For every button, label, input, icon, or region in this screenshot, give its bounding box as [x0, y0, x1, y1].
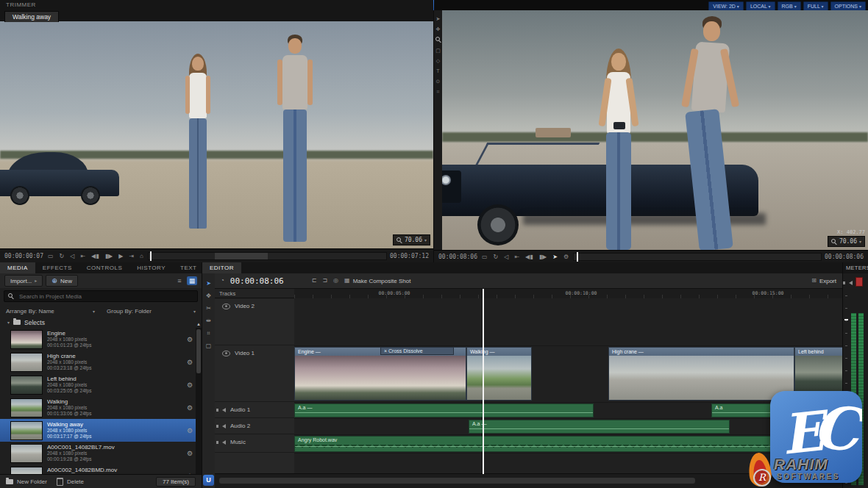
rgb-button[interactable]: RGB ▾: [778, 1, 801, 11]
tab-controls[interactable]: CONTROLS: [79, 262, 129, 273]
tab-media[interactable]: MEDIA: [0, 262, 35, 273]
media-search[interactable]: [4, 290, 198, 302]
track-audio2[interactable]: Audio 2: [215, 418, 294, 434]
visibility-eye-icon[interactable]: [222, 304, 230, 309]
viewer-scrubber[interactable]: [573, 253, 822, 261]
snap-icon[interactable]: ◎: [333, 278, 338, 284]
item-gear-icon[interactable]: ⚙: [187, 427, 193, 434]
select-tool-icon[interactable]: ➤: [436, 16, 441, 21]
media-scroll-thumb[interactable]: [196, 329, 201, 373]
playhead[interactable]: [483, 289, 484, 474]
item-gear-icon[interactable]: ⚙: [187, 359, 193, 366]
timeline-lanes[interactable]: Engine — Walking — × Cross Dissolve High…: [294, 298, 842, 474]
media-scrollbar[interactable]: ▲: [196, 328, 202, 474]
mask-tool-icon[interactable]: ◇: [436, 58, 440, 63]
collapse-arrow-icon[interactable]: ▾: [7, 320, 10, 325]
trimmer-video-frame[interactable]: 70.06 ▾: [0, 21, 433, 248]
speaker-icon[interactable]: [222, 408, 226, 412]
editor-timecode[interactable]: 00:00:08:06: [230, 276, 284, 286]
record-indicator[interactable]: [855, 277, 863, 287]
full-button[interactable]: FULL ▾: [803, 1, 828, 11]
rate-stretch-tool-icon[interactable]: ⌗: [207, 331, 210, 337]
rect-tool-icon[interactable]: ▢: [435, 48, 441, 53]
tab-history[interactable]: HISTORY: [129, 262, 173, 273]
media-item[interactable]: A00C002_14082BMD.mov 2048 x 1080 pixels …: [0, 464, 196, 474]
search-input[interactable]: [18, 293, 193, 301]
item-gear-icon[interactable]: ⚙: [187, 404, 193, 412]
track-video1[interactable]: Video 1: [215, 345, 294, 402]
home-icon[interactable]: ⌂: [138, 253, 145, 259]
step-forward-icon[interactable]: ▮▶: [104, 253, 115, 259]
zoom-tool-icon[interactable]: [435, 37, 441, 43]
step-back-icon[interactable]: ◀▮: [524, 254, 535, 260]
visibility-eye-icon[interactable]: [222, 351, 230, 356]
item-gear-icon[interactable]: ⚙: [187, 450, 193, 457]
track-video2[interactable]: Video 2: [215, 298, 294, 345]
media-item[interactable]: Engine 2048 x 1080 pixels 00:01:01:23 @ …: [0, 328, 196, 351]
slip-tool-icon[interactable]: ⇹: [206, 318, 211, 324]
new-button[interactable]: ⊕New: [46, 275, 78, 287]
list-view-icon[interactable]: ≡: [174, 276, 185, 285]
new-folder-button[interactable]: New Folder: [17, 478, 47, 485]
options-button[interactable]: OPTIONS ▾: [830, 1, 866, 11]
export-frame-icon[interactable]: ▭: [46, 253, 55, 259]
view-mode-button[interactable]: VIEW: 2D ▾: [708, 1, 744, 11]
trimmer-scrub-caret[interactable]: [150, 251, 152, 261]
select-tool-icon[interactable]: ➤: [206, 281, 211, 287]
viewer-zoom-badge[interactable]: 70.06 ▾: [828, 236, 865, 247]
arrange-by-dropdown[interactable]: Arrange By: Name▾: [0, 308, 101, 315]
trimmer-inout-range[interactable]: [215, 253, 268, 259]
media-item-selected[interactable]: Walking away 2048 x 1080 pixels 00:03:17…: [0, 419, 196, 442]
in-point-icon[interactable]: ⇤: [513, 254, 521, 260]
play-icon[interactable]: ▶: [117, 253, 124, 259]
item-gear-icon[interactable]: ⚙: [187, 336, 193, 343]
export-button[interactable]: ⊞ Export: [811, 278, 836, 284]
make-composite-shot-button[interactable]: ▦ Make Composite Shot: [344, 278, 410, 284]
set-out-icon[interactable]: ⊐: [322, 278, 327, 284]
trimmer-clip-tab[interactable]: Walking away: [4, 11, 59, 22]
text-tool-icon[interactable]: T: [436, 68, 439, 73]
media-item[interactable]: Left behind 2048 x 1080 pixels 00:03:25:…: [0, 373, 196, 396]
transition-cross-dissolve[interactable]: × Cross Dissolve: [380, 347, 454, 355]
media-folder-row[interactable]: ▾ Selects: [0, 317, 196, 328]
hand-tool-icon[interactable]: ✥: [206, 293, 211, 299]
step-back-icon[interactable]: ◀▮: [90, 253, 101, 259]
media-item[interactable]: Walking 2048 x 1080 pixels 00:01:33:06 @…: [0, 396, 196, 419]
loop-icon[interactable]: ↻: [492, 254, 500, 260]
tab-editor[interactable]: EDITOR: [202, 262, 241, 273]
clip-walking[interactable]: Walking —: [466, 347, 532, 401]
in-point-icon[interactable]: ⇤: [79, 253, 87, 259]
orbit-tool-icon[interactable]: ⊙: [436, 79, 441, 84]
local-button[interactable]: LOCAL ▾: [746, 1, 775, 11]
trimmer-scrubber[interactable]: [148, 252, 387, 260]
out-point-icon[interactable]: ⇥: [127, 253, 135, 259]
media-item[interactable]: High crane 2048 x 1080 pixels 00:03:23:1…: [0, 351, 196, 373]
snap-tool-icon[interactable]: ▢: [206, 343, 212, 349]
mute-icon[interactable]: ◁: [68, 253, 76, 259]
item-gear-icon[interactable]: ⚙: [187, 381, 193, 389]
trimmer-zoom-badge[interactable]: 70.06 ▾: [393, 234, 430, 245]
slice-tool-icon[interactable]: ✂: [206, 306, 211, 312]
timeline-ruler[interactable]: 00:00:05:00 00:00:10:00 00:00:15:00: [294, 289, 842, 299]
hand-tool-icon[interactable]: ✥: [436, 26, 441, 32]
editor-u-button[interactable]: U: [203, 475, 214, 486]
speaker-icon[interactable]: [222, 424, 226, 428]
export-frame-icon[interactable]: ▭: [480, 254, 489, 260]
grid-tool-icon[interactable]: ⌗: [437, 89, 440, 94]
settings-gear-icon[interactable]: ⚙: [562, 254, 570, 260]
speaker-icon[interactable]: [222, 440, 226, 445]
viewer-video-frame[interactable]: X: 402.77 Y: 248.24 70.06 ▾: [442, 10, 868, 250]
loop-icon[interactable]: ↻: [58, 253, 66, 259]
clip-audio-2[interactable]: A.a —: [469, 420, 730, 434]
mute-icon[interactable]: ◁: [502, 254, 510, 260]
media-item[interactable]: A00C001_14082BL7.mov 2048 x 1080 pixels …: [0, 442, 196, 464]
lane-video2[interactable]: [294, 298, 842, 346]
track-audio1[interactable]: Audio 1: [215, 402, 294, 418]
clip-high-crane[interactable]: High crane —: [608, 347, 794, 401]
clip-audio-1a[interactable]: A.a —: [294, 403, 594, 417]
track-music[interactable]: Music: [215, 434, 294, 453]
delete-button[interactable]: Delete: [67, 478, 84, 485]
set-in-icon[interactable]: ⊏: [312, 278, 317, 284]
speaker-icon[interactable]: [849, 281, 853, 285]
step-forward-icon[interactable]: ▮▶: [538, 254, 549, 260]
